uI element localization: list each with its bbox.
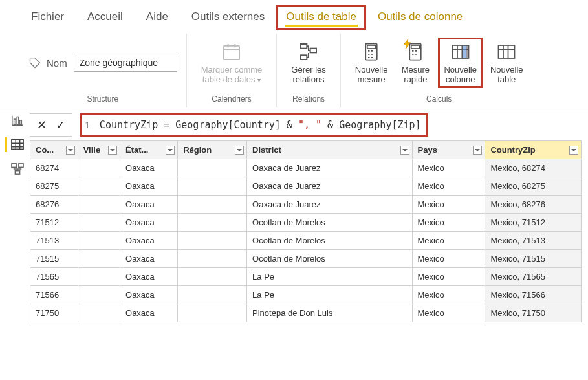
column-header[interactable]: CountryZip <box>485 141 582 159</box>
cell[interactable] <box>78 268 120 286</box>
data-table[interactable]: Co...VilleÉtat...RégionDistrictPaysCount… <box>30 140 582 322</box>
cell[interactable]: Oaxaca <box>120 196 178 214</box>
cell[interactable] <box>178 159 247 177</box>
cell[interactable] <box>78 196 120 214</box>
column-header[interactable]: District <box>247 141 412 159</box>
cell[interactable]: 71565 <box>30 268 78 286</box>
cell[interactable]: Oaxaca <box>120 177 178 196</box>
cell[interactable]: Mexico <box>412 177 485 196</box>
cell[interactable]: La Pe <box>247 268 412 286</box>
cell[interactable]: Oaxaca <box>120 304 178 322</box>
new-column-button[interactable]: Nouvelle colonne <box>438 38 483 88</box>
cell[interactable]: 71566 <box>30 286 78 304</box>
cell[interactable]: Mexico <box>412 250 485 268</box>
cell[interactable]: Oaxaca <box>120 268 178 286</box>
cell[interactable]: Mexico, 68275 <box>485 177 582 196</box>
cell[interactable]: Oaxaca <box>120 250 178 268</box>
mark-date-table-button[interactable]: Marquer comme table de dates ▾ <box>196 38 268 87</box>
cell[interactable]: Oaxaca de Juarez <box>247 196 412 214</box>
filter-dropdown-icon[interactable] <box>473 146 482 155</box>
cell[interactable]: Oaxaca <box>120 286 178 304</box>
cell[interactable] <box>178 214 247 232</box>
formula-bar[interactable]: 1 CountryZip = Geography[Country] & ", "… <box>80 113 428 137</box>
new-measure-button[interactable]: Nouvelle mesure <box>350 38 393 87</box>
cell[interactable] <box>78 286 120 304</box>
cell[interactable]: Oaxaca de Juarez <box>247 159 412 177</box>
filter-dropdown-icon[interactable] <box>66 146 75 155</box>
table-row[interactable]: 68274OaxacaOaxaca de JuarezMexicoMexico,… <box>30 159 582 177</box>
cell[interactable]: Oaxaca de Juarez <box>247 177 412 196</box>
cell[interactable] <box>178 304 247 322</box>
cell[interactable]: Mexico, 71512 <box>485 214 582 232</box>
cell[interactable]: Mexico, 71565 <box>485 268 582 286</box>
column-header[interactable]: Région <box>178 141 247 159</box>
cell[interactable]: La Pe <box>247 286 412 304</box>
table-name-input[interactable] <box>74 54 177 72</box>
cell[interactable] <box>178 177 247 196</box>
cell[interactable] <box>178 286 247 304</box>
table-row[interactable]: 71566OaxacaLa PeMexicoMexico, 71566 <box>30 286 582 304</box>
manage-relations-button[interactable]: Gérer les relations <box>286 38 331 87</box>
cell[interactable]: Mexico, 71513 <box>485 232 582 250</box>
cell[interactable]: 71513 <box>30 232 78 250</box>
cell[interactable] <box>78 232 120 250</box>
column-header[interactable]: État... <box>120 141 178 159</box>
cell[interactable] <box>178 268 247 286</box>
table-row[interactable]: 68276OaxacaOaxaca de JuarezMexicoMexico,… <box>30 196 582 214</box>
cell[interactable]: 68274 <box>30 159 78 177</box>
filter-dropdown-icon[interactable] <box>166 146 175 155</box>
cell[interactable]: 68275 <box>30 177 78 196</box>
report-view-button[interactable] <box>5 112 25 128</box>
tab-fichier[interactable]: Fichier <box>19 5 76 30</box>
cell[interactable]: Ocotlan de Morelos <box>247 214 412 232</box>
filter-dropdown-icon[interactable] <box>108 146 117 155</box>
cell[interactable]: Ocotlan de Morelos <box>247 232 412 250</box>
cell[interactable]: Mexico <box>412 304 485 322</box>
cell[interactable]: Mexico <box>412 214 485 232</box>
cell[interactable]: 71750 <box>30 304 78 322</box>
cell[interactable]: Mexico, 68274 <box>485 159 582 177</box>
cell[interactable]: Mexico, 71566 <box>485 286 582 304</box>
data-view-button[interactable] <box>5 137 25 152</box>
cell[interactable] <box>78 250 120 268</box>
cell[interactable]: Mexico <box>412 286 485 304</box>
cell[interactable]: 71512 <box>30 214 78 232</box>
new-table-button[interactable]: Nouvelle table <box>485 38 528 87</box>
cell[interactable]: 71515 <box>30 250 78 268</box>
cell[interactable]: Mexico <box>412 159 485 177</box>
cell[interactable]: Mexico <box>412 268 485 286</box>
cell[interactable] <box>178 196 247 214</box>
cell[interactable] <box>178 250 247 268</box>
model-view-button[interactable] <box>5 161 25 177</box>
table-row[interactable]: 71513OaxacaOcotlan de MorelosMexicoMexic… <box>30 232 582 250</box>
cell[interactable]: Mexico <box>412 196 485 214</box>
tab-accueil[interactable]: Accueil <box>76 5 135 30</box>
cell[interactable]: Pinotepa de Don Luis <box>247 304 412 322</box>
cell[interactable]: Mexico <box>412 232 485 250</box>
cell[interactable] <box>178 232 247 250</box>
table-row[interactable]: 68275OaxacaOaxaca de JuarezMexicoMexico,… <box>30 177 582 196</box>
tab-outils-externes[interactable]: Outils externes <box>180 5 276 30</box>
column-header[interactable]: Ville <box>78 141 120 159</box>
cell[interactable]: Mexico, 68276 <box>485 196 582 214</box>
tab-aide[interactable]: Aide <box>135 5 180 30</box>
cell[interactable]: Mexico, 71515 <box>485 250 582 268</box>
table-row[interactable]: 71512OaxacaOcotlan de MorelosMexicoMexic… <box>30 214 582 232</box>
table-row[interactable]: 71515OaxacaOcotlan de MorelosMexicoMexic… <box>30 250 582 268</box>
filter-dropdown-icon[interactable] <box>235 146 244 155</box>
filter-dropdown-icon[interactable] <box>400 146 409 155</box>
tab-outils-table[interactable]: Outils de table <box>276 5 366 30</box>
cell[interactable]: Oaxaca <box>120 232 178 250</box>
cell[interactable] <box>78 159 120 177</box>
quick-measure-button[interactable]: Mesure rapide <box>395 38 435 87</box>
filter-dropdown-icon[interactable] <box>569 146 578 155</box>
cell[interactable] <box>78 177 120 196</box>
table-row[interactable]: 71565OaxacaLa PeMexicoMexico, 71565 <box>30 268 582 286</box>
cell[interactable] <box>78 304 120 322</box>
cell[interactable]: Ocotlan de Morelos <box>247 250 412 268</box>
cell[interactable]: Mexico, 71750 <box>485 304 582 322</box>
cell[interactable] <box>78 214 120 232</box>
cancel-formula-button[interactable]: ✕ <box>37 118 47 132</box>
cell[interactable]: Oaxaca <box>120 159 178 177</box>
table-row[interactable]: 71750OaxacaPinotepa de Don LuisMexicoMex… <box>30 304 582 322</box>
